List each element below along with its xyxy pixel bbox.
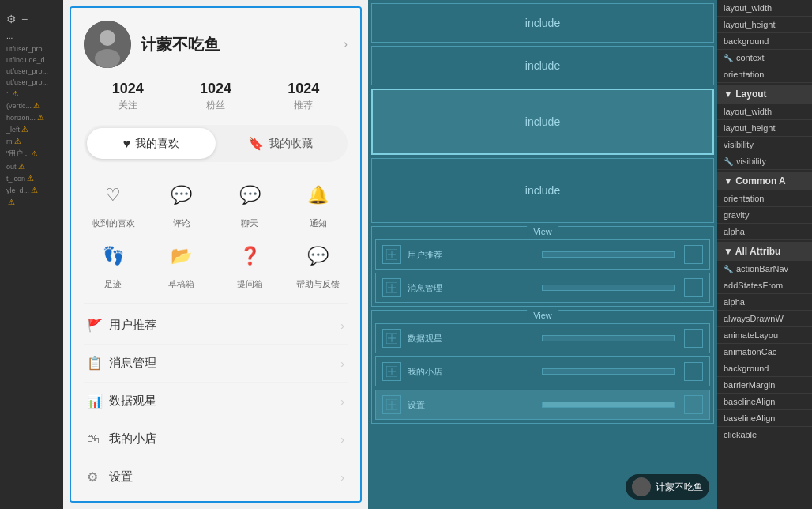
- chart-icon: 📊: [87, 394, 109, 409]
- menu-data-star-label: 数据观星: [109, 394, 340, 409]
- menu-item-user-recommend[interactable]: 🚩 用户推荐 ›: [84, 307, 348, 345]
- watermark-text: 计蒙不吃鱼: [656, 481, 703, 494]
- warn-icon-9: ⚠: [31, 186, 38, 194]
- bp-row-message-mgmt: 消息管理: [375, 273, 710, 303]
- stat-recommend: 1024 推荐: [288, 81, 319, 112]
- layout-section-header: ▼ Layout: [717, 85, 812, 104]
- attr-alpha-2[interactable]: alpha: [717, 294, 812, 311]
- attr-visibility-1[interactable]: visibility: [717, 137, 812, 153]
- attr-animate-layout[interactable]: animateLayou: [717, 327, 812, 344]
- sidebar-path-4: ut/user_pro...: [0, 77, 63, 88]
- menu-item-my-shop[interactable]: 🛍 我的小店 ›: [84, 420, 348, 458]
- svg-point-3: [100, 30, 115, 46]
- bp-include-4-label: include: [372, 159, 713, 222]
- attr-add-states[interactable]: addStatesFrom: [717, 277, 812, 294]
- bp-img-right-3: [684, 329, 703, 348]
- icon-comment-label: 评论: [173, 217, 190, 229]
- attr-layout-width-2[interactable]: layout_width: [717, 104, 812, 120]
- heart-icon: ♥: [123, 137, 131, 151]
- attr-layout-width[interactable]: layout_width: [717, 0, 812, 17]
- attr-alpha-1[interactable]: alpha: [717, 224, 812, 240]
- attr-barrier-margin[interactable]: barrierMargin: [717, 377, 812, 394]
- bp-include-3[interactable]: include: [371, 89, 714, 155]
- bp-img-right-2: [684, 278, 703, 297]
- bp-img-icon-3: [382, 329, 401, 348]
- attr-actionbar-nav[interactable]: 🔧 actionBarNav: [717, 261, 812, 277]
- icon-draft[interactable]: 📂 草稿箱: [152, 239, 212, 290]
- attr-baseline-align-1[interactable]: baselineAlign: [717, 394, 812, 410]
- menu-user-recommend-label: 用户推荐: [109, 318, 340, 333]
- bp-bar-4: [542, 368, 675, 375]
- icon-draft-label: 草稿箱: [168, 278, 194, 290]
- bp-img-icon-4: [382, 362, 401, 381]
- tab-likes-label: 我的喜欢: [135, 137, 179, 151]
- warn-icon-10: ⚠: [8, 198, 15, 206]
- flag-icon: 🚩: [87, 318, 109, 333]
- shop-icon: 🛍: [87, 432, 109, 447]
- icon-help[interactable]: 💬 帮助与反馈: [289, 239, 348, 290]
- recommend-count: 1024: [288, 81, 319, 97]
- bp-bar-3: [542, 335, 675, 341]
- attr-clickable[interactable]: clickable: [717, 427, 812, 443]
- attr-animation-cache[interactable]: animationCac: [717, 344, 812, 360]
- icon-question[interactable]: ❓ 提问箱: [220, 239, 280, 290]
- icon-notification[interactable]: 🔔 通知: [289, 178, 348, 229]
- avatar: [84, 21, 131, 68]
- clipboard-icon: 📋: [87, 356, 109, 371]
- bp-img-right-5: [684, 395, 703, 414]
- attr-background-2[interactable]: background: [717, 360, 812, 377]
- attr-gravity[interactable]: gravity: [717, 207, 812, 224]
- attr-background-top[interactable]: background: [717, 33, 812, 50]
- bp-include-4: include: [371, 158, 714, 223]
- common-section-header: ▼ Common A: [717, 172, 812, 190]
- menu-message-mgmt-label: 消息管理: [109, 356, 340, 371]
- phone-panel: 计蒙不吃鱼 › 1024 关注 1024 粉丝 1024 推荐 ♥ 我的喜欢: [70, 6, 362, 503]
- menu-item-message-mgmt[interactable]: 📋 消息管理 ›: [84, 345, 348, 383]
- icon-received-likes[interactable]: ♡ 收到的喜欢: [84, 178, 143, 229]
- bp-row-my-shop: 我的小店: [375, 356, 710, 386]
- attr-baseline-align-2[interactable]: baselineAlign: [717, 410, 812, 427]
- menu-item-data-star[interactable]: 📊 数据观星 ›: [84, 383, 348, 420]
- sidebar-file-item[interactable]: ...: [0, 28, 63, 43]
- follow-label: 关注: [118, 99, 137, 112]
- tab-collect[interactable]: 🔖 我的收藏: [216, 128, 344, 159]
- stat-fans: 1024 粉丝: [200, 81, 231, 112]
- icon-chat[interactable]: 💬 聊天: [220, 178, 280, 229]
- warn-icon-5: ⚠: [14, 137, 21, 145]
- menu-chevron-4-icon: ›: [340, 433, 344, 446]
- minus-icon[interactable]: −: [21, 13, 28, 25]
- bp-include-2-label: include: [372, 47, 713, 85]
- attr-context-header: 🔧 context: [717, 50, 812, 66]
- icon-footprint[interactable]: 👣 足迹: [84, 239, 143, 290]
- attr-always-drawn[interactable]: alwaysDrawnW: [717, 311, 812, 327]
- profile-chevron-icon[interactable]: ›: [344, 37, 348, 51]
- bp-view-label-1: View: [527, 226, 558, 237]
- stat-follow: 1024 关注: [112, 81, 144, 112]
- warn-icon-4: ⚠: [21, 125, 28, 134]
- attr-orientation-1[interactable]: orientation: [717, 66, 812, 83]
- bp-img-right-1: [684, 245, 703, 264]
- fans-label: 粉丝: [206, 99, 225, 112]
- sidebar-path-1: ut/user_pro...: [0, 43, 63, 55]
- icon-footprint-label: 足迹: [104, 278, 122, 290]
- blueprint-panel: include include include include View 用户推…: [368, 0, 717, 509]
- bp-view-label-2: View: [527, 310, 558, 321]
- help-icon: 💬: [301, 239, 336, 273]
- attr-layout-height[interactable]: layout_height: [717, 17, 812, 33]
- gear-icon[interactable]: ⚙: [6, 13, 17, 25]
- bp-include-2: include: [371, 46, 714, 85]
- attr-visibility-2[interactable]: 🔧 visibility: [717, 153, 812, 170]
- icon-comment[interactable]: 💬 评论: [152, 178, 212, 229]
- watermark-avatar: [632, 477, 651, 496]
- bp-include-1: include: [371, 3, 714, 43]
- sidebar-path-2: ut/include_d...: [0, 55, 63, 66]
- bp-row-message-mgmt-text: 消息管理: [408, 282, 539, 294]
- bp-include-3-label: include: [373, 90, 712, 153]
- bp-row-data-star: 数据观星: [375, 323, 710, 353]
- attr-orientation-2[interactable]: orientation: [717, 190, 812, 207]
- warn-icon-8: ⚠: [27, 174, 34, 183]
- attr-layout-height-2[interactable]: layout_height: [717, 120, 812, 137]
- bp-img-icon-2: [382, 278, 401, 297]
- tab-likes[interactable]: ♥ 我的喜欢: [87, 128, 216, 159]
- menu-item-settings[interactable]: ⚙ 设置 ›: [84, 458, 348, 496]
